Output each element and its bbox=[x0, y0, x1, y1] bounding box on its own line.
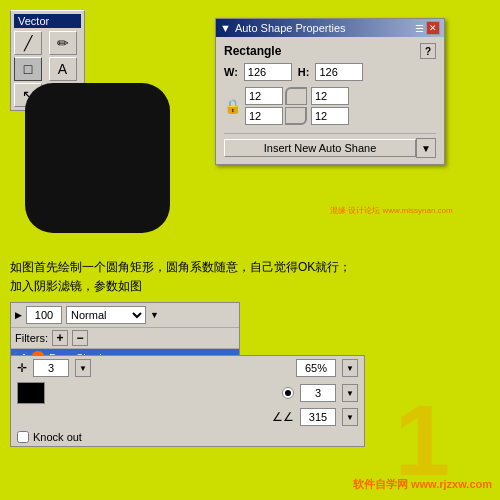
corner-bl-icon bbox=[285, 107, 307, 125]
shadow-softness-radio[interactable] bbox=[282, 387, 294, 399]
desc-line1: 如图首先绘制一个圆角矩形，圆角系数随意，自己觉得OK就行； bbox=[10, 258, 351, 277]
dialog-shape-type: Rectangle ? bbox=[224, 43, 436, 59]
knockout-row: Knock out bbox=[11, 428, 364, 446]
dialog-menu-icon[interactable]: ☰ bbox=[415, 23, 424, 34]
corner-grid bbox=[245, 87, 349, 125]
h-input[interactable] bbox=[315, 63, 363, 81]
toolbar-title: Vector bbox=[14, 14, 81, 28]
footer-dropdown-icon[interactable]: ▼ bbox=[416, 138, 436, 158]
auto-shape-dialog: ▼ Auto Shape Properties ☰ ✕ Rectangle ? … bbox=[215, 18, 445, 165]
canvas-area bbox=[15, 70, 180, 245]
lock-row: 🔒 bbox=[224, 87, 436, 125]
filter-opacity-arrow[interactable]: ▶ bbox=[15, 310, 22, 320]
rounded-rect-shape bbox=[25, 83, 170, 233]
blend-mode-select[interactable]: Normal Multiply Screen Overlay bbox=[66, 306, 146, 324]
wh-row: W: H: bbox=[224, 63, 436, 81]
dialog-pin-icon: ▼ bbox=[220, 22, 231, 34]
filter-panel-top: ▶ Normal Multiply Screen Overlay ▼ bbox=[11, 303, 239, 328]
tool-pen[interactable]: ╱ bbox=[14, 31, 42, 55]
lock-icon: 🔒 bbox=[224, 98, 241, 114]
corner-tl[interactable] bbox=[245, 87, 283, 105]
shadow-panel: ▼ ▼ ▼ ∠ ▼ Knock out bbox=[10, 355, 365, 447]
w-input[interactable] bbox=[244, 63, 292, 81]
dialog-close-button[interactable]: ✕ bbox=[426, 21, 440, 35]
shadow-softness-input[interactable] bbox=[300, 384, 336, 402]
corner-br[interactable] bbox=[311, 107, 349, 125]
dialog-watermark: 混缘·设计论坛 www.missynan.com bbox=[330, 205, 453, 216]
insert-button[interactable]: Insert New Auto Shane bbox=[224, 139, 416, 157]
w-label: W: bbox=[224, 66, 238, 78]
h-label: H: bbox=[298, 66, 310, 78]
knockout-checkbox[interactable] bbox=[17, 431, 29, 443]
help-button[interactable]: ? bbox=[420, 43, 436, 59]
shadow-opacity-dropdown[interactable]: ▼ bbox=[342, 359, 358, 377]
shadow-softness-dropdown[interactable]: ▼ bbox=[342, 384, 358, 402]
watermark: 软件自学网 www.rjzxw.com bbox=[353, 477, 492, 492]
shadow-row-2: ▼ bbox=[11, 380, 364, 406]
dialog-body: Rectangle ? W: H: 🔒 Insert New Auto Shan… bbox=[216, 37, 444, 164]
knockout-label: Knock out bbox=[33, 431, 82, 443]
add-filter-button[interactable]: + bbox=[52, 330, 68, 346]
corner-bl[interactable] bbox=[245, 107, 283, 125]
desc-line2: 加入阴影滤镜，参数如图 bbox=[10, 277, 351, 296]
shadow-distance-dropdown[interactable]: ▼ bbox=[75, 359, 91, 377]
angle-icon: ∠ bbox=[272, 410, 294, 424]
filters-label: Filters: bbox=[15, 332, 48, 344]
blend-dropdown-icon[interactable]: ▼ bbox=[150, 310, 159, 320]
dialog-title: Auto Shape Properties bbox=[235, 22, 346, 34]
decoration-number: 1 bbox=[394, 390, 450, 490]
watermark-site: 软件自学网 www.rjzxw.com bbox=[353, 477, 492, 492]
shadow-color-swatch[interactable] bbox=[17, 382, 45, 404]
opacity-input[interactable] bbox=[26, 306, 62, 324]
shadow-angle-dropdown[interactable]: ▼ bbox=[342, 408, 358, 426]
dialog-footer: Insert New Auto Shane ▼ bbox=[224, 133, 436, 158]
shadow-angle-input[interactable] bbox=[300, 408, 336, 426]
corner-tr[interactable] bbox=[311, 87, 349, 105]
titlebar-left: ▼ Auto Shape Properties bbox=[220, 22, 346, 34]
shadow-row-3: ∠ ▼ bbox=[11, 406, 364, 428]
shadow-opacity-input[interactable] bbox=[296, 359, 336, 377]
description: 如图首先绘制一个圆角矩形，圆角系数随意，自己觉得OK就行； 加入阴影滤镜，参数如… bbox=[10, 258, 351, 296]
dialog-titlebar: ▼ Auto Shape Properties ☰ ✕ bbox=[216, 19, 444, 37]
filters-label-row: Filters: + − bbox=[11, 328, 239, 349]
move-icon bbox=[17, 361, 27, 375]
shadow-row-1: ▼ ▼ bbox=[11, 356, 364, 380]
tool-bezier[interactable]: ✏ bbox=[49, 31, 77, 55]
remove-filter-button[interactable]: − bbox=[72, 330, 88, 346]
corner-tl-icon bbox=[285, 87, 307, 105]
shadow-distance-input[interactable] bbox=[33, 359, 69, 377]
